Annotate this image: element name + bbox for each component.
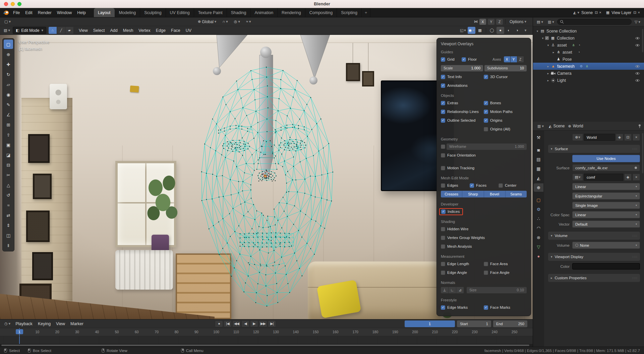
facemesh-wireframe[interactable] [194,62,342,316]
tool-measure-button[interactable]: ∠ [4,110,13,119]
transform-orientation-dropdown[interactable]: ⊕Global▾ [196,18,218,25]
properties-tab-render[interactable]: ◙ [534,146,543,154]
overlay-check-edge-length[interactable]: Edge Length [441,262,482,266]
overlay-check-faces[interactable]: ✓Faces [470,183,497,188]
current-frame-field[interactable]: 1 [405,320,455,327]
falloff-dropdown[interactable]: ≈▾ [244,18,253,25]
zoom-window-button[interactable] [17,2,21,6]
mirror-axis-z-button[interactable]: Z [496,19,503,25]
shading-rendered-button[interactable]: ◑ [513,27,521,34]
overlay-check-3d-cursor[interactable]: ✓3D Cursor [484,75,525,79]
expand-arrow-icon[interactable]: ▸ [546,79,550,82]
overlay-toggle-creases[interactable]: Creases [441,191,462,197]
properties-tab-output[interactable]: ▤ [534,155,543,164]
mode-dropdown[interactable]: ◧Edit Mode▾ [13,27,46,34]
prop-dropdown-linear[interactable]: Linear▾ [572,183,640,190]
overlay-check-floor[interactable]: ✓Floor [462,57,490,62]
visibility-eye-icon[interactable] [635,79,640,82]
properties-tab-physics[interactable]: ◠ [534,224,543,232]
close-button[interactable]: × [633,134,640,141]
timeline-tracks[interactable] [0,336,533,344]
topbar-menu-file[interactable]: File [10,8,22,17]
overlay-check-motion-tracking[interactable]: Motion Tracking [441,166,474,170]
collection-checkbox[interactable]: ✓ [545,36,549,40]
workspace-tab-scripting[interactable]: Scripting [337,8,362,17]
timeline-menu-keying[interactable]: Keying [35,321,53,326]
overlay-slider-size[interactable]: Size0.10 [467,287,527,293]
proportional-editing-dropdown[interactable]: ◎▾ [232,18,242,25]
visibility-eye-icon[interactable] [635,72,640,75]
outliner-row-asset[interactable]: ▾♙asset⋔◔ [533,42,644,49]
copy-button[interactable]: ⊡ [624,134,632,141]
overlay-field-scale[interactable]: Scale1.000 [441,65,483,71]
overlay-check-relationship-lines[interactable]: ✓Relationship Lines [441,110,482,114]
workspace-tab-animation[interactable]: Animation [251,8,278,17]
axis-z-toggle[interactable]: Z [517,56,524,62]
close-window-button[interactable] [4,2,8,6]
minimize-window-button[interactable] [11,2,15,6]
datablock-browse-button[interactable]: ⊕▾ [572,134,583,141]
panel-header-custom-properties[interactable]: ▸Custom Properties∷∷ [548,274,640,282]
mirror-axis-y-button[interactable]: Y [488,19,494,25]
overlay-toggle-sharp[interactable]: Sharp [462,191,484,197]
overlay-check-text-info[interactable]: ✓Text Info [441,75,482,79]
properties-tab-modifiers[interactable]: ⚙ [534,205,543,214]
panel-header-surface[interactable]: ▾Surface∷∷ [548,145,640,153]
timeline-menu-marker[interactable]: Marker [68,321,86,326]
properties-tab-object-data[interactable]: ▽ [534,243,543,251]
overlay-check-mesh-analysis[interactable]: Mesh Analysis [441,244,472,249]
properties-tab-scene[interactable]: ◭ [534,174,543,182]
outliner-row-asset[interactable]: ▸⋔asset◔ [533,49,644,56]
tool-box-select-button[interactable]: ▢ [4,40,13,49]
visibility-eye-icon[interactable] [635,44,640,47]
tool-add-cube-button[interactable]: ⊞ [4,120,13,129]
next-keyframe-button[interactable]: ▶▶ [259,320,267,327]
panel-header-viewport-display[interactable]: ▾Viewport Display∷∷ [548,253,640,261]
outliner-row-pose[interactable]: ♟Pose [533,56,644,63]
color-swatch[interactable] [572,263,640,270]
outliner-scrollbar[interactable] [642,29,643,52]
expand-arrow-icon[interactable]: ▾ [546,44,550,47]
use-nodes-button[interactable]: Use Nodes [572,155,640,162]
axis-y-toggle[interactable]: Y [511,56,517,62]
face-select-button[interactable]: ▰ [65,27,74,34]
overlay-check-origins[interactable]: ✓Origins [484,118,525,123]
tool-loop-cut-button[interactable]: ⊟ [4,160,13,170]
tool-bevel-button[interactable]: ◪ [4,150,13,160]
panel-header-volume[interactable]: ▾Volume∷∷ [548,232,640,240]
overlay-check-motion-paths[interactable]: ✓Motion Paths [484,110,525,114]
auto-key-button[interactable]: ● [215,320,223,327]
prev-keyframe-button[interactable]: ◀◀ [232,320,241,327]
overlay-check-origins-all[interactable]: Origins (All) [484,127,510,131]
world-name-field[interactable]: World [584,134,615,141]
properties-tab-view-layer[interactable]: ▦ [534,165,543,173]
overlay-check-face-angle[interactable]: Face Angle [484,271,525,275]
viewport-menu-view[interactable]: View [76,28,91,33]
workspace-tab-rendering[interactable]: Rendering [278,8,305,17]
properties-scrollbar[interactable] [642,133,643,173]
outliner-row-light[interactable]: ▸Light [533,77,644,84]
tool-spin-button[interactable]: ↺ [4,190,13,200]
overlay-check-face-orientation[interactable]: Face Orientation [441,153,476,158]
mirror-axis-x-button[interactable]: X [479,19,486,25]
frame-end-field[interactable]: End 250 [493,320,527,327]
play-reverse-button[interactable]: ◀ [241,320,249,327]
overlay-check-hidden-wire[interactable]: Hidden Wire [441,227,468,231]
jump-end-button[interactable]: ▶| [268,320,276,327]
shading-solid-button[interactable]: ● [496,27,504,34]
timeline-ruler[interactable]: 1 11020304050607080901001101201301401501… [0,328,533,336]
expand-arrow-icon[interactable]: ▾ [535,30,540,33]
properties-tab-tool[interactable]: ⚒ [534,133,543,142]
shield-button[interactable]: ◈ [616,134,623,141]
tool-scale-button[interactable]: ▱ [4,80,13,89]
workspace-tab-sculpting[interactable]: Sculpting [140,8,166,17]
overlay-check-center[interactable]: Center [499,183,526,188]
timeline-menu-playback[interactable]: Playback [13,321,35,326]
topbar-menu-help[interactable]: Help [74,8,89,17]
view-layer-selector[interactable]: ▦View Layer⊡× [606,10,640,15]
vertex-select-button[interactable]: ∴ [49,27,57,34]
overlay-toggle-seams[interactable]: Seams [506,191,527,197]
checkbox-wireframe[interactable] [441,144,445,149]
overlay-check-edges[interactable]: Edges [441,183,468,188]
play-button[interactable]: ▶ [250,320,258,327]
